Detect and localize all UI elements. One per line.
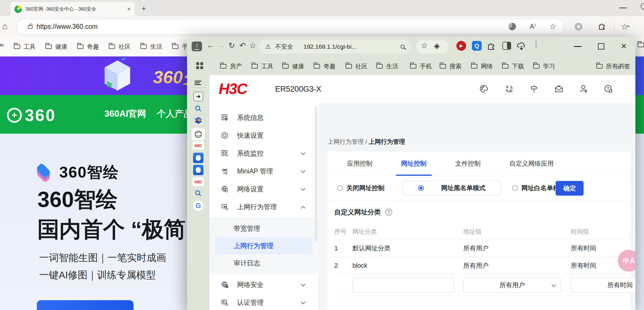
tab-file-control[interactable]: 文件控制: [455, 152, 481, 176]
bookmark-star-button[interactable]: ☆: [249, 41, 256, 50]
new-tab-button[interactable]: +: [142, 4, 146, 13]
tab-app-control[interactable]: 应用控制: [347, 152, 372, 176]
hero-cta-button[interactable]: [37, 300, 134, 310]
bookmark-folder-estate[interactable]: 房产: [220, 62, 242, 70]
menu-quick-setup[interactable]: 快速设置: [209, 126, 318, 144]
bg-window-control-partial[interactable]: [641, 3, 644, 10]
menu-system-info[interactable]: i 系统信息: [209, 109, 318, 126]
addr-group-select[interactable]: 所有用户: [463, 278, 561, 293]
launcher-icon[interactable]: ↑: [192, 41, 202, 51]
confirm-button[interactable]: 确定: [556, 181, 584, 196]
bookmark-folder-right-partial[interactable]: [638, 43, 644, 47]
table-row[interactable]: 1 默认网址分类 所有用户 所有时间: [334, 240, 626, 257]
fg-address-bar[interactable]: ⚠ 不安全 192.168.1.1/cgi-bi...: [259, 40, 411, 54]
time-group-select[interactable]: 所有时间: [571, 278, 635, 293]
language-translate-icon[interactable]: A 中: [505, 84, 514, 94]
video-extension-icon[interactable]: ▶: [456, 41, 466, 51]
bookmark-folder-health[interactable]: 健康: [282, 62, 304, 70]
bg-url-text[interactable]: https://www.360.com: [37, 23, 98, 31]
tab-blue-app-icon[interactable]: [193, 165, 203, 175]
forward-button[interactable]: →: [218, 41, 225, 50]
radio-blacklist-mode-selected[interactable]: 网址黑名单模式: [403, 181, 501, 196]
read-aloud-icon[interactable]: A⁾: [530, 23, 536, 31]
help-question-icon[interactable]: ?: [385, 209, 392, 216]
menu-behavior-management[interactable]: 上网行为管理: [209, 198, 318, 216]
q-extension-icon[interactable]: Q: [472, 41, 482, 51]
download-cloud-icon[interactable]: [516, 41, 527, 51]
site-logo-360[interactable]: 360: [7, 105, 56, 125]
extension-ring-icon[interactable]: [575, 23, 582, 31]
submenu-audit-log[interactable]: 审计日志: [209, 254, 318, 272]
tab-blue-app-icon[interactable]: [193, 153, 203, 163]
extensions-puzzle-icon[interactable]: [487, 41, 496, 51]
menu-miniap[interactable]: MiniAP 管理: [209, 162, 318, 180]
vertical-tabs-icon[interactable]: [193, 78, 203, 88]
fg-url-text[interactable]: 192.168.1.1/cgi-bi...: [304, 43, 357, 50]
undo-button[interactable]: ↶: [239, 41, 246, 50]
menu-network-security[interactable]: 网络安全: [209, 276, 318, 294]
bookmark-folder-partial[interactable]: 产: [0, 43, 4, 51]
sidebar-panel-icon[interactable]: [502, 42, 511, 50]
back-button[interactable]: ←: [207, 41, 214, 50]
bookmark-folder-fun[interactable]: 奇趣: [77, 43, 99, 51]
radio-disable-url-control[interactable]: 关闭网址控制: [337, 184, 384, 192]
fg-minimize-button[interactable]: [574, 46, 582, 47]
bookmark-folder-study[interactable]: 学习: [533, 62, 555, 70]
tab-google-icon[interactable]: G: [193, 201, 203, 211]
tab-h3c-icon[interactable]: H3C: [193, 141, 204, 150]
bookmark-folder-mobile[interactable]: 手机: [410, 62, 432, 70]
table-row[interactable]: 2 block 所有用户 所有时间: [334, 257, 626, 274]
tab-custom-network-app[interactable]: 自定义网络应用: [509, 152, 554, 176]
favorite-star-icon[interactable]: ☆: [550, 22, 556, 31]
bookmark-folder-mobile[interactable]: 手: [172, 43, 188, 51]
tab-layered-logo-icon[interactable]: [193, 116, 203, 126]
tab-url-control-active[interactable]: 网址控制: [401, 152, 426, 176]
sidebar-scrollbar[interactable]: [315, 106, 317, 242]
tab-send-arrow-icon[interactable]: ➔: [193, 92, 203, 101]
menu-system-monitor[interactable]: 系统监控: [209, 144, 318, 162]
bg-address-bar[interactable]: https://www.360.com A⁾ ☆: [16, 19, 564, 34]
fg-close-button[interactable]: ×: [621, 41, 627, 51]
help-icon[interactable]: ?: [604, 84, 613, 93]
tab-router-globe-icon-active[interactable]: [191, 128, 205, 141]
collections-icon[interactable]: ☆≡: [621, 22, 630, 31]
menu-kebab-icon[interactable]: ⋮: [532, 40, 540, 49]
submenu-behavior-management-active[interactable]: 上网行为管理: [215, 237, 313, 254]
bookmark-folder-search[interactable]: 搜索: [440, 62, 462, 70]
refresh-button[interactable]: ↻: [228, 41, 235, 50]
zoom-search-icon[interactable]: [401, 45, 405, 49]
bookmark-folder-health[interactable]: 健康: [45, 43, 67, 51]
fg-maximize-button[interactable]: [598, 43, 604, 50]
submenu-bandwidth[interactable]: 带宽管理: [209, 220, 318, 237]
extension-swirl-icon[interactable]: [508, 23, 516, 30]
bookmark-folder-life[interactable]: 生活: [140, 43, 162, 51]
new-category-input[interactable]: [353, 278, 454, 293]
account-user-icon[interactable]: [579, 84, 588, 93]
guide-signpost-icon[interactable]: [530, 84, 538, 93]
all-bookmarks-folder[interactable]: 所有书签: [596, 62, 630, 70]
bookmark-folder-network[interactable]: 网络: [471, 62, 493, 70]
split-screen-icon[interactable]: ◈: [434, 41, 440, 50]
bg-tab-360[interactable]: 360官网 -360安全中心 - 360安全 ×: [10, 2, 135, 16]
bookmark-folder-download[interactable]: 下载: [502, 62, 524, 70]
tab-close-icon[interactable]: ×: [127, 6, 131, 12]
tab-search-icon[interactable]: [193, 104, 203, 114]
extensions-puzzle-icon[interactable]: [598, 22, 607, 31]
bookmark-folder-tools[interactable]: 工具: [251, 62, 273, 70]
bookmark-folder-community[interactable]: 社区: [346, 62, 367, 70]
menu-network-settings[interactable]: 网络设置: [209, 180, 318, 198]
favorite-star-icon[interactable]: ☆: [421, 41, 428, 50]
bookmark-folder-tools[interactable]: 工具: [14, 43, 36, 51]
tab-h3c-icon[interactable]: H3C: [193, 177, 204, 186]
security-label[interactable]: 不安全: [275, 43, 293, 51]
bg-minimize-button[interactable]: [619, 7, 627, 8]
bookmark-folder-life[interactable]: 生活: [376, 62, 398, 70]
menu-auth-management[interactable]: 认证管理: [209, 294, 318, 310]
tab-search-icon[interactable]: [193, 188, 203, 198]
bookmark-folder-fun[interactable]: 奇趣: [314, 62, 336, 70]
home-icon[interactable]: ⌂: [2, 21, 7, 31]
theme-palette-icon[interactable]: [479, 84, 488, 93]
bookmark-folder-community[interactable]: 社区: [109, 43, 131, 51]
mail-icon[interactable]: [554, 84, 563, 93]
nav-link-360ai[interactable]: 360AI官网: [104, 108, 146, 120]
